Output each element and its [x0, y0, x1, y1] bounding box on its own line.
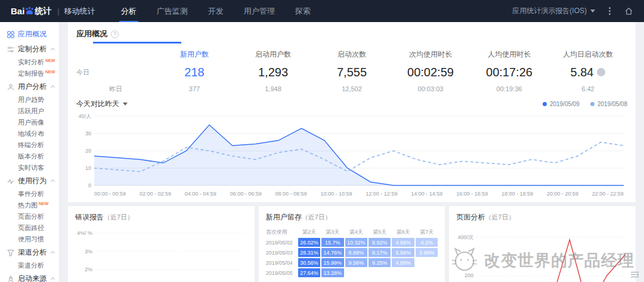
metric-tab[interactable]: 次均使用时长	[391, 47, 470, 61]
retention-date-cell: 2019/05/02	[266, 238, 297, 247]
main-content: 应用概况 ? 今日昨日新用户数218377启动用户数1,2931,948启动次数…	[60, 22, 644, 282]
sidebar-item-label: 实时访客	[18, 164, 44, 171]
compare-select[interactable]: 今天对比昨天	[76, 99, 128, 109]
error-card-range: （近7日）	[104, 213, 134, 221]
metric-today-value: 218	[155, 61, 234, 83]
sidebar-item[interactable]: 用户画像	[0, 117, 59, 128]
sidebar-item[interactable]: 事件分析	[0, 188, 59, 200]
sidebar-section-app-overview[interactable]: 应用概况	[0, 27, 59, 42]
sidebar-section-user-analysis[interactable]: 用户分析	[0, 79, 59, 94]
sidebar-item[interactable]: 热力图NEW	[0, 200, 59, 211]
home-icon[interactable]	[624, 7, 633, 16]
report-selector[interactable]: 应用统计演示报告(IOS)	[512, 6, 595, 16]
svg-text:20: 20	[85, 148, 91, 154]
more-icon[interactable]	[607, 5, 612, 17]
retention-header-cell: 第7天	[416, 227, 438, 237]
nav-item-user-management[interactable]: 用户管理	[234, 0, 285, 22]
metric-tab[interactable]: 新用户数	[155, 47, 234, 61]
sidebar-section-channel-analysis[interactable]: 渠道分析	[0, 245, 59, 260]
chevron-down-icon	[123, 103, 128, 106]
sidebar-item-label: 定制报告	[18, 70, 44, 77]
retention-header-cell: 第5天	[369, 227, 391, 237]
x-axis-label: 18:00 - 18:59	[501, 191, 533, 197]
metric-today-number: 5.84	[571, 66, 594, 79]
sidebar-item[interactable]: 活跃用户	[0, 106, 59, 117]
page-title: 应用概况	[76, 29, 107, 39]
sidebar-item[interactable]: 地域分布	[0, 128, 59, 140]
retention-card-range: （近7日）	[302, 213, 332, 221]
legend-label: 2019/05/08	[597, 101, 627, 107]
sidebar-item[interactable]: 页面路径	[0, 222, 59, 234]
page-header: 应用概况 ?	[68, 22, 636, 42]
nav-item-develop[interactable]: 开发	[198, 0, 234, 22]
sidebar-item[interactable]: 实时访客	[0, 162, 59, 173]
baidu-paw-icon	[25, 7, 34, 16]
error-line-chart[interactable]: 4%/ %3%2%	[75, 227, 247, 282]
sidebar-section-launch-source[interactable]: 启动来源	[0, 271, 59, 282]
top-navbar: Bai 统计 | 移动统计 分析广告监测开发用户管理探索 应用统计演示报告(IO…	[0, 0, 644, 22]
sidebar-item[interactable]: 页面分析	[0, 211, 59, 222]
metric-tab[interactable]: 人均日启动次数	[549, 47, 627, 61]
metric-yesterday-value: 1,948	[234, 83, 312, 95]
retention-value-cell: 4.88%	[392, 258, 414, 267]
legend-item[interactable]: 2019/05/09	[543, 101, 580, 107]
sidebar-item[interactable]: 渠道分析	[0, 260, 59, 271]
retention-value-cell: 4.95%	[392, 238, 414, 247]
legend-item[interactable]: 2019/05/08	[590, 101, 627, 107]
sidebar-item-label: 事件分析	[18, 190, 44, 197]
retention-value-cell: 5.99%	[392, 248, 414, 257]
nav-item-explore[interactable]: 探索	[285, 0, 321, 22]
metric-today-number: 218	[184, 66, 204, 79]
new-badge: NEW	[39, 202, 48, 206]
retention-value-cell	[345, 268, 367, 277]
metric-today-number: 00:02:59	[407, 66, 454, 79]
sidebar-item-label: 页面路径	[18, 224, 44, 231]
baidu-logo[interactable]: Bai 统计 | 移动统计	[11, 6, 95, 17]
metric-config-icon[interactable]	[597, 68, 605, 76]
metric-yesterday-value: 6.42	[549, 83, 627, 95]
x-axis-label: 00:00 - 00:59	[94, 191, 126, 197]
retention-value-cell: 15.7%	[321, 238, 343, 247]
page-line-chart[interactable]: 400/次200	[456, 227, 628, 282]
metric-tab[interactable]: 启动次数	[312, 47, 391, 61]
metric-column-5: 人均日启动次数5.846.42	[549, 47, 627, 95]
sidebar-section-label: 启动来源	[18, 274, 47, 282]
chevron-up-icon	[51, 277, 55, 281]
sidebar-item-label: 终端分析	[18, 141, 44, 148]
retention-value-cell: 9.25%	[369, 258, 391, 267]
logo-suffix: 统计	[35, 6, 51, 17]
user-icon	[7, 83, 14, 91]
retention-value-cell: 27.64%	[298, 268, 320, 277]
sidebar-item[interactable]: 实时分析NEW	[0, 57, 59, 68]
retention-value-cell: 8.17%	[369, 248, 391, 257]
sidebar-item[interactable]: 定制报告NEW	[0, 68, 59, 79]
x-axis-label: 02:00 - 02:59	[140, 191, 171, 197]
nav-item-ad-monitor[interactable]: 广告监测	[147, 0, 198, 22]
sidebar-item[interactable]: 用户趋势	[0, 94, 59, 106]
trend-line-chart[interactable]: 010203040/人	[76, 111, 627, 190]
nav-item-analysis[interactable]: 分析	[111, 0, 147, 22]
metric-today-number: 00:17:26	[486, 66, 532, 79]
x-axis-label: 04:00 - 04:59	[185, 191, 216, 197]
new-badge: NEW	[45, 70, 55, 74]
metric-tab[interactable]: 人均使用时长	[470, 47, 549, 61]
sidebar-section-custom-analysis[interactable]: 定制分析	[0, 42, 59, 57]
help-icon[interactable]: ?	[111, 30, 119, 38]
retention-value-cell	[416, 258, 438, 267]
metric-yesterday-value: 377	[155, 83, 234, 95]
metric-tab[interactable]: 启动用户数	[234, 47, 312, 61]
nav-left: Bai 统计 | 移动统计 分析广告监测开发用户管理探索	[11, 0, 321, 22]
metric-column-1: 启动用户数1,2931,948	[234, 47, 312, 95]
sidebar-item[interactable]: 使用习惯	[0, 234, 59, 245]
retention-card: 新用户留存（近7日） 首次使用第2天第3天第4天第5天第6天第7天2019/05…	[259, 206, 445, 282]
metric-yesterday-value: 00:03:03	[391, 83, 470, 95]
sidebar-section-usage-behavior[interactable]: 使用行为	[0, 173, 59, 188]
sidebar-item[interactable]: 终端分析	[0, 140, 59, 151]
card-title: 页面分析（近7日）	[456, 212, 628, 222]
chart-legend: 2019/05/092019/05/08	[543, 101, 627, 107]
sidebar-item[interactable]: 版本分析	[0, 151, 59, 162]
page-card-title: 页面分析	[456, 213, 485, 221]
metric-yesterday-value: 12,502	[312, 83, 391, 95]
retention-value-cell: 8.89%	[345, 248, 367, 257]
sidebar-collapse-icon[interactable]	[630, 271, 639, 278]
